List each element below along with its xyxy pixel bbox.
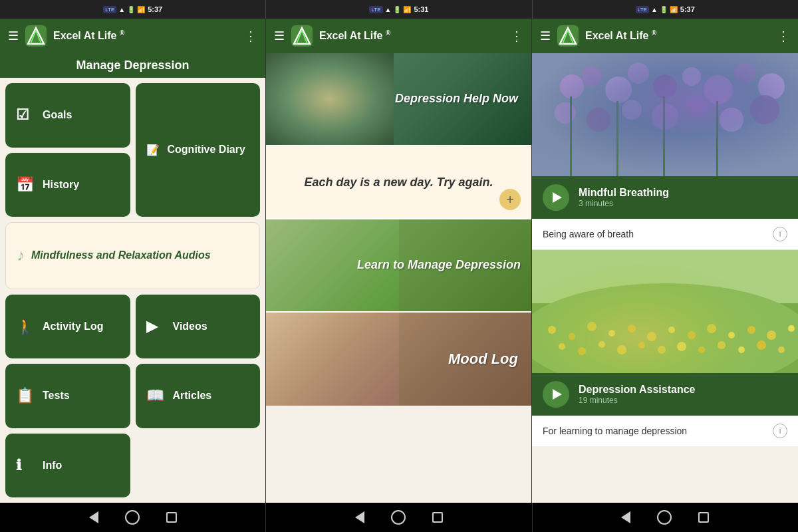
play-depression-assist-button[interactable] (543, 381, 569, 408)
goals-label: Goals (43, 109, 72, 121)
activity-log-button[interactable]: 🚶 Activity Log (5, 295, 130, 359)
recents-button-1[interactable] (166, 512, 177, 523)
meadow-bg (532, 250, 798, 373)
info-button[interactable]: ℹ Info (5, 434, 130, 498)
play-triangle-1 (553, 192, 562, 203)
logo-svg-3 (557, 25, 579, 47)
flowers-svg (532, 53, 798, 176)
status-time-3: 5:37 (680, 5, 695, 13)
depression-assistance-description: For learning to manage depression (543, 426, 687, 436)
hamburger-icon-3[interactable]: ☰ (540, 29, 551, 43)
status-segment-1: LTE ▲ 🔋 📶 5:37 (0, 0, 266, 19)
back-button-1[interactable] (89, 511, 98, 523)
back-button-3[interactable] (621, 511, 630, 523)
more-menu-icon-2[interactable]: ⋮ (510, 28, 523, 44)
svg-point-39 (788, 325, 795, 332)
purple-flowers-hero (532, 53, 798, 176)
meadow-hero (532, 250, 798, 373)
mindful-breathing-duration: 3 minutes (579, 199, 787, 208)
svg-rect-22 (663, 96, 665, 176)
add-button[interactable]: + (499, 189, 521, 210)
svg-point-35 (707, 324, 716, 333)
more-menu-icon-1[interactable]: ⋮ (244, 28, 257, 44)
status-icons-1: LTE ▲ 🔋 📶 (103, 6, 145, 13)
app-logo-1 (25, 25, 47, 47)
app-trademark-1: ® (120, 29, 124, 37)
hamburger-icon-2[interactable]: ☰ (274, 29, 285, 43)
mood-log-label: Mood Log (448, 350, 518, 368)
mindful-breathing-info-button[interactable]: i (773, 227, 787, 241)
cognitive-diary-icon: 📝 (146, 144, 160, 156)
svg-point-27 (548, 326, 556, 334)
home-button-1[interactable] (125, 510, 140, 525)
nav-bar-2 (266, 503, 532, 532)
svg-point-38 (767, 331, 776, 340)
svg-point-29 (587, 322, 597, 331)
card-grid: Depression Help Now Each day is a new da… (266, 53, 531, 503)
svg-point-48 (718, 341, 726, 349)
svg-point-14 (587, 108, 610, 132)
svg-point-41 (578, 347, 586, 355)
status-time-2: 5:31 (414, 5, 428, 13)
play-triangle-2 (553, 389, 562, 400)
play-mindful-breathing-button[interactable] (543, 184, 569, 211)
goals-button[interactable]: ☑ Goals (5, 83, 130, 148)
depression-assistance-info-button[interactable]: i (773, 424, 787, 438)
app-logo-3 (557, 25, 579, 47)
mindfulness-button[interactable]: ♪ Mindfulness and Relaxation Audios (5, 222, 260, 289)
tests-icon: 📋 (16, 387, 35, 404)
learn-depression-card[interactable]: Learn to Manage Depression (266, 219, 531, 313)
svg-point-6 (605, 76, 632, 103)
articles-button[interactable]: 📖 Articles (136, 364, 261, 428)
svg-point-15 (622, 100, 642, 120)
screens-container: ☰ Excel At Life ® ⋮ Manage Depression ☑ (0, 19, 798, 503)
tests-button[interactable]: 📋 Tests (5, 364, 130, 428)
status-segment-2: LTE ▲ 🔋 📶 5:31 (266, 0, 532, 19)
svg-point-47 (698, 346, 705, 353)
recents-button-2[interactable] (432, 512, 443, 523)
mindful-breathing-description: Being aware of breath (543, 229, 634, 239)
battery-icon-2: 🔋 (393, 6, 401, 13)
svg-rect-21 (616, 101, 618, 176)
svg-point-36 (728, 332, 735, 338)
svg-point-13 (555, 102, 576, 124)
app-logo-2 (291, 25, 313, 47)
svg-point-7 (628, 63, 649, 84)
history-button[interactable]: 📅 History (5, 153, 130, 217)
hamburger-icon-1[interactable]: ☰ (8, 29, 19, 43)
more-menu-icon-3[interactable]: ⋮ (777, 28, 790, 44)
status-icons-3: LTE ▲ 🔋 📶 (636, 6, 678, 13)
history-icon: 📅 (16, 176, 35, 194)
screen-1: ☰ Excel At Life ® ⋮ Manage Depression ☑ (0, 19, 266, 503)
svg-rect-24 (532, 250, 798, 373)
app-header-3: ☰ Excel At Life ® ⋮ (532, 19, 798, 53)
svg-point-40 (559, 343, 565, 350)
videos-button[interactable]: ▶ Videos (136, 295, 261, 359)
menu-grid: ☑ Goals 📝 Cognitive Diary 📅 History ♪ Mi… (0, 78, 265, 503)
svg-point-46 (677, 342, 686, 351)
cognitive-diary-button[interactable]: 📝 Cognitive Diary (136, 83, 261, 217)
flowers-bg (532, 53, 798, 176)
svg-point-32 (647, 332, 656, 341)
depression-help-card[interactable]: Depression Help Now (266, 53, 531, 146)
svg-point-44 (638, 342, 645, 348)
app-title-1: Excel At Life ® (53, 29, 237, 42)
svg-point-18 (720, 108, 743, 132)
svg-rect-25 (532, 250, 798, 303)
signal-icon-3: ▲ (651, 6, 658, 13)
svg-point-33 (668, 327, 675, 333)
logo-svg-2 (291, 25, 313, 47)
svg-point-19 (750, 95, 779, 124)
home-button-3[interactable] (657, 510, 672, 525)
home-button-2[interactable] (391, 510, 406, 525)
journal-bg: Mood Log (266, 313, 531, 406)
recents-button-3[interactable] (698, 512, 709, 523)
svg-point-37 (747, 326, 755, 334)
back-button-2[interactable] (355, 511, 364, 523)
svg-point-30 (608, 330, 615, 336)
depression-assistance-section: Depression Assistance 19 minutes (532, 373, 798, 416)
mood-log-card[interactable]: Mood Log (266, 313, 531, 406)
wifi-icon-2: 📶 (403, 6, 411, 13)
svg-point-8 (653, 74, 677, 98)
mindfulness-label: Mindfulness and Relaxation Audios (31, 249, 211, 261)
